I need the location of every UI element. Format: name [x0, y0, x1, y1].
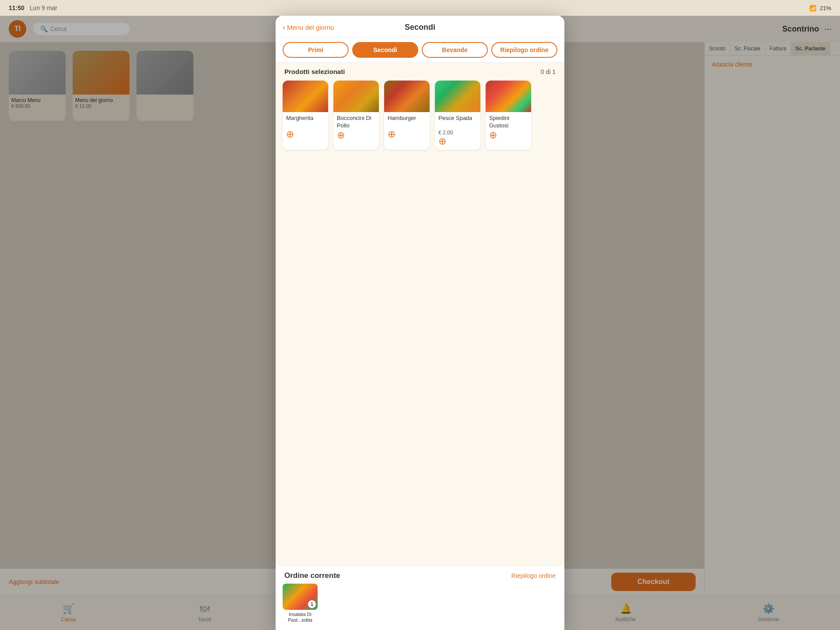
modal-content: Prodotti selezionati 0 di 1 Margherita ⊕…: [276, 63, 564, 566]
tab-primi[interactable]: Primi: [283, 42, 349, 58]
wifi-icon: 📶: [809, 5, 816, 11]
modal-back-label: Menu del giorno: [287, 24, 334, 31]
tab-riepilogo[interactable]: Riepilogo ordine: [491, 42, 557, 58]
status-bar: 11:50 Lun 9 mar 📶 21%: [0, 0, 840, 16]
pesce-spada-body: Pesce Spada € 2.00 ⊕: [435, 112, 480, 150]
ordine-corrente-title: Ordine corrente: [284, 571, 340, 580]
riepilogo-link[interactable]: Riepilogo ordine: [511, 572, 556, 579]
status-time: 11:50: [9, 4, 24, 11]
bocconcini-body: Bocconcini Di Pollo ⊕: [333, 112, 379, 144]
product-grid: Margherita ⊕ Bocconcini Di Pollo ⊕ Hambu…: [276, 81, 564, 150]
product-card-spiedini[interactable]: Spiedini Gustosi ⊕: [486, 81, 531, 150]
product-card-pesce-spada[interactable]: Pesce Spada € 2.00 ⊕: [435, 81, 480, 150]
status-right-icons: 📶 21%: [809, 5, 831, 11]
spiedini-name: Spiedini Gustosi: [489, 115, 528, 130]
hamburger-add-button[interactable]: ⊕: [388, 130, 426, 139]
bocconcini-add-button[interactable]: ⊕: [337, 130, 375, 140]
pesce-spada-name: Pesce Spada: [438, 115, 477, 129]
modal-header: ‹ Menu del giorno Secondi: [276, 16, 564, 38]
chevron-left-icon: ‹: [283, 23, 285, 32]
hamburger-image: [384, 81, 430, 112]
status-date: Lun 9 mar: [30, 4, 57, 11]
spiedini-image: [486, 81, 531, 112]
hamburger-body: Hamburger ⊕: [384, 112, 430, 143]
margherita-add-button[interactable]: ⊕: [286, 130, 325, 139]
margherita-name: Margherita: [286, 115, 325, 129]
insalata-name: Insalata Di Past...edda: [283, 612, 318, 623]
battery-icon: 21%: [820, 5, 831, 11]
tab-bevande[interactable]: Bevande: [422, 42, 488, 58]
spiedini-add-button[interactable]: ⊕: [489, 130, 528, 140]
bocconcini-name: Bocconcini Di Pollo: [337, 115, 375, 130]
insalata-count: 1: [308, 600, 316, 608]
tab-secondi[interactable]: Secondi: [352, 42, 418, 58]
pesce-spada-price: € 2.00: [438, 130, 477, 136]
pesce-spada-add-button[interactable]: ⊕: [438, 137, 477, 146]
pesce-spada-image: [435, 81, 480, 112]
margherita-image: [283, 81, 328, 112]
modal-products-header: Prodotti selezionati 0 di 1: [276, 63, 564, 81]
ordine-corrente-header: Ordine corrente Riepilogo ordine: [276, 566, 564, 584]
product-card-margherita[interactable]: Margherita ⊕: [283, 81, 328, 150]
hamburger-name: Hamburger: [388, 115, 426, 129]
ordine-corrente-items: 1 Insalata Di Past...edda: [276, 584, 564, 630]
modal-title: Secondi: [405, 23, 435, 32]
product-card-hamburger[interactable]: Hamburger ⊕: [384, 81, 430, 150]
products-count: 0 di 1: [541, 68, 556, 75]
bocconcini-image: [333, 81, 379, 112]
insalata-thumbnail: 1: [283, 584, 318, 610]
modal-back-button[interactable]: ‹ Menu del giorno: [283, 23, 334, 32]
products-selected-label: Prodotti selezionati: [284, 68, 345, 75]
product-card-bocconcini[interactable]: Bocconcini Di Pollo ⊕: [333, 81, 379, 150]
margherita-body: Margherita ⊕: [283, 112, 328, 143]
modal-secondi: ‹ Menu del giorno Secondi Primi Secondi …: [276, 16, 564, 630]
modal-tabs: Primi Secondi Bevande Riepilogo ordine: [276, 38, 564, 63]
modal-footer: Ordine corrente Riepilogo ordine 1 Insal…: [276, 566, 564, 630]
spiedini-body: Spiedini Gustosi ⊕: [486, 112, 531, 144]
ordine-item-insalata[interactable]: 1 Insalata Di Past...edda: [283, 584, 318, 623]
